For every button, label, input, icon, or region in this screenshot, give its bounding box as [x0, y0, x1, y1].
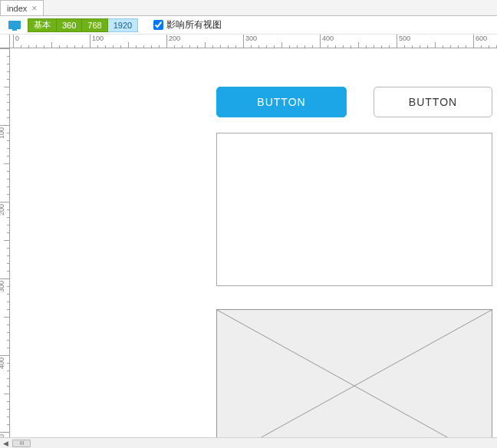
tab-bar: index × — [0, 0, 497, 16]
affect-all-views[interactable]: 影响所有视图 — [153, 18, 222, 31]
button-label: BUTTON — [257, 96, 305, 108]
canvas-dynamic-panel[interactable] — [216, 133, 492, 286]
canvas-image-placeholder[interactable] — [216, 309, 492, 437]
toolbar: 基本3607681920 影响所有视图 — [0, 16, 497, 35]
canvas-button-primary[interactable]: BUTTON — [216, 87, 347, 117]
scroll-left-button[interactable]: ◀ — [0, 438, 11, 449]
breakpoint-基本[interactable]: 基本 — [28, 18, 57, 32]
work-area: 0100200300400500600 100200300400500 BUTT… — [0, 35, 497, 448]
breakpoint-group: 基本3607681920 — [28, 18, 138, 32]
chevron-left-icon: ◀ — [3, 440, 8, 447]
button-label: BUTTON — [409, 96, 457, 108]
tab-index[interactable]: index × — [0, 0, 44, 15]
canvas-viewport[interactable]: BUTTON BUTTON — [10, 48, 497, 437]
horizontal-scrollbar[interactable]: ◀ — [0, 437, 497, 448]
svg-rect-0 — [8, 21, 21, 29]
horizontal-ruler[interactable]: 0100200300400500600 — [10, 35, 497, 48]
breakpoint-768[interactable]: 768 — [82, 18, 107, 32]
canvas-button-secondary[interactable]: BUTTON — [374, 87, 492, 117]
affect-all-views-label: 影响所有视图 — [166, 18, 222, 31]
close-icon[interactable]: × — [31, 3, 37, 14]
vertical-ruler[interactable]: 100200300400500 — [0, 48, 10, 437]
breakpoint-360[interactable]: 360 — [57, 18, 82, 32]
ruler-corner — [0, 35, 10, 48]
svg-line-2 — [217, 310, 492, 437]
scrollbar-thumb[interactable] — [12, 440, 31, 447]
tab-label: index — [7, 4, 27, 13]
design-canvas[interactable]: BUTTON BUTTON — [10, 48, 497, 437]
design-view-icon[interactable] — [8, 18, 21, 32]
svg-rect-1 — [12, 29, 17, 31]
affect-all-views-checkbox[interactable] — [153, 20, 163, 30]
breakpoint-1920[interactable]: 1920 — [108, 18, 138, 32]
svg-line-3 — [217, 310, 492, 437]
